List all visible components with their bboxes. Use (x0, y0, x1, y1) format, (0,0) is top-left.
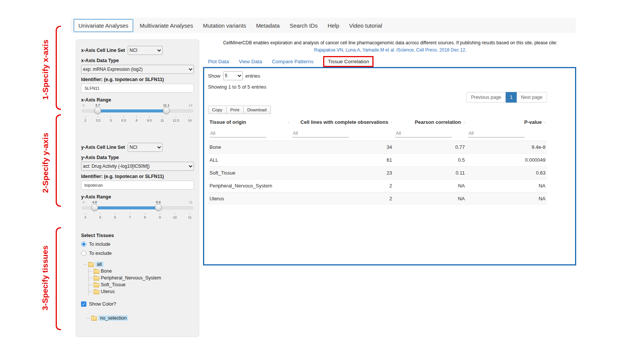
y-data-type-label: y-Axis Data Type (81, 155, 194, 160)
tree-item-no-selection[interactable]: no_selection (86, 315, 194, 321)
y-identifier-input[interactable] (81, 181, 194, 190)
exclude-radio-row[interactable]: To exclude (81, 250, 194, 256)
previous-page-button[interactable]: Previous page (466, 92, 506, 103)
y-range-slider[interactable]: 4 11 4.8 8.8 4 5 6 7 8 9 10 11 (82, 200, 193, 222)
tree-item[interactable]: Uterus (89, 288, 194, 295)
citation-link[interactable]: Rajapakse.VN, Luna.A, Yamade.M et al. iS… (205, 47, 576, 53)
include-radio-row[interactable]: To include (81, 241, 194, 247)
slider-tick: 11 (160, 116, 164, 122)
nav-tab[interactable]: Metadata (251, 19, 285, 32)
page-number-button[interactable]: 1 (506, 92, 517, 103)
annotation-bracket-1 (56, 26, 61, 110)
slider-handle-low[interactable] (94, 107, 101, 114)
y-cell-line-set-select[interactable]: NCI (128, 143, 163, 152)
slider-handle-low[interactable] (91, 204, 98, 211)
column-header[interactable]: P-value (466, 116, 547, 128)
column-filter-input[interactable] (209, 130, 266, 137)
cell-pearson: NA (394, 192, 466, 205)
annotation-bracket-3 (56, 227, 61, 330)
table-row[interactable]: Bone 34 0.77 9.4e-8 (208, 141, 547, 154)
slider-tick: 12.5 (173, 116, 180, 122)
annotation-step1: 1-Specify x-axis (41, 28, 50, 111)
tree-item[interactable]: Bone (89, 268, 194, 275)
y-range-high-value: 8.8 (156, 200, 161, 204)
table-row[interactable]: Uterus 2 NA NA (208, 192, 547, 205)
include-radio-label: To include (89, 242, 110, 247)
cell-tissue: Uterus (208, 192, 291, 205)
show-color-row[interactable]: ✓ Show Color? (81, 301, 194, 307)
nav-tab[interactable]: Multivariate Analyses (135, 19, 198, 32)
x-range-slider[interactable]: 2 14 3.7 11.1 2 3.5 5 6.5 8 9.5 11 12.5 (82, 103, 193, 125)
sort-icon[interactable] (287, 120, 289, 124)
sort-icon[interactable] (463, 120, 465, 124)
x-identifier-input[interactable] (81, 84, 194, 93)
export-button[interactable]: Download (243, 106, 271, 114)
entries-label: entries (245, 73, 260, 79)
tree-item-all[interactable]: all (83, 261, 194, 268)
column-filter-input[interactable] (468, 130, 525, 137)
view-tab[interactable]: Plot Data (208, 59, 229, 64)
view-tab[interactable]: Tissue Correlation (323, 56, 374, 67)
x-data-type-select[interactable]: exp: mRNA Expression (log2) (81, 65, 194, 74)
tree-item[interactable]: Peripheral_Nervous_System (89, 275, 194, 281)
column-filter-input[interactable] (292, 130, 349, 137)
nav-tab[interactable]: Video tutorial (344, 19, 387, 32)
column-filter-input[interactable] (395, 130, 452, 137)
export-button[interactable]: Copy (208, 106, 227, 114)
sort-icon[interactable] (544, 120, 546, 124)
table-row[interactable]: Peripheral_Nervous_System 2 NA NA (208, 179, 547, 192)
citation-text: CellMinerCDB enables exploration and ana… (205, 40, 576, 45)
view-tab[interactable]: View Data (239, 59, 262, 64)
nav-tab[interactable]: Mutation variants (198, 19, 251, 32)
slider-tick: 6 (113, 213, 117, 219)
include-radio[interactable] (81, 242, 86, 247)
pagination: Previous page 1 Next page (208, 92, 547, 103)
x-cell-line-set-select[interactable]: NCI (128, 46, 163, 55)
slider-ticks: 2 3.5 5 6.5 8 9.5 11 12.5 14 (83, 116, 192, 122)
column-header[interactable]: Pearson correlation (394, 116, 466, 128)
slider-tick: 8 (134, 116, 138, 122)
export-button[interactable]: Print (226, 106, 244, 114)
show-color-checkbox[interactable]: ✓ (81, 301, 86, 307)
tree-item-label: Soft_Tissue (101, 282, 126, 287)
cell-observations: 34 (291, 141, 394, 154)
next-page-button[interactable]: Next page (517, 92, 547, 103)
nav-tab[interactable]: Search IDs (284, 19, 322, 32)
cell-pearson: 0.11 (394, 167, 466, 179)
slider-tick: 5 (109, 116, 113, 122)
annotation-step2: 2-Specify y-axis (41, 121, 50, 204)
x-range-high-value: 11.1 (163, 103, 169, 107)
nav-tab[interactable]: Help (323, 19, 344, 32)
show-entries-select[interactable]: 5 (223, 71, 243, 80)
slider-handle-high[interactable] (155, 204, 162, 211)
tissue-tree: all Bone Peripheral_Nervous_System Soft_… (83, 261, 194, 295)
show-label: Show (208, 73, 220, 79)
table-row[interactable]: ALL 61 0.5 0.000049 (208, 154, 547, 167)
cell-tissue: Bone (208, 141, 291, 154)
view-tab[interactable]: Compare Patterns (272, 59, 314, 64)
sort-icon[interactable] (390, 120, 392, 124)
slider-tick: 7 (128, 213, 132, 219)
x-identifier-label: Identifier: (e.g. topotecan or SLFN11) (81, 77, 194, 82)
nav-tab[interactable]: Univariate Analyses (73, 19, 133, 32)
y-identifier-label: Identifier: (e.g. topotecan or SLFN11) (81, 174, 194, 179)
tree-item[interactable]: Soft_Tissue (89, 281, 194, 288)
cell-tissue: Peripheral_Nervous_System (208, 179, 291, 192)
slider-tick: 3.5 (96, 116, 101, 122)
column-header-label: Cell lines with complete observations (300, 119, 388, 125)
cell-pearson: 0.77 (394, 141, 466, 154)
column-header[interactable]: Tissue of origin (208, 116, 291, 128)
slider-handle-high[interactable] (163, 107, 170, 114)
cell-tissue: Soft_Tissue (208, 167, 291, 179)
tree-item-label: no_selection (98, 315, 128, 321)
table-row[interactable]: Soft_Tissue 23 0.11 0.63 (208, 167, 547, 179)
column-header-label: Pearson correlation (415, 119, 461, 125)
y-data-type-select[interactable]: act: Drug Activity (-log10[IC50M]) (81, 162, 194, 171)
annotation-bracket-2 (56, 114, 61, 207)
slider-tick: 10 (173, 213, 177, 219)
column-header[interactable]: Cell lines with complete observations (291, 116, 394, 128)
exclude-radio[interactable] (81, 251, 86, 256)
slider-tick: 8 (143, 213, 147, 219)
folder-icon (94, 276, 99, 281)
slider-tick: 4 (83, 213, 87, 219)
